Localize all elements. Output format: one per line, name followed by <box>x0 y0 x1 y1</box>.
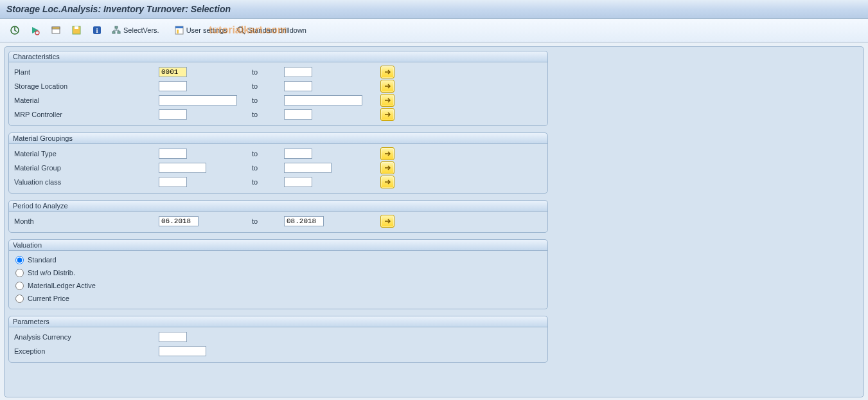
svg-rect-11 <box>118 32 120 33</box>
multi-select-sloc[interactable] <box>380 80 394 93</box>
row-exception: Exception <box>13 344 544 358</box>
input-mrp-from[interactable] <box>159 109 187 120</box>
label-valuation-class: Valuation class <box>13 178 159 186</box>
label-month-to: to <box>252 217 284 225</box>
input-material-to[interactable] <box>284 95 362 105</box>
toolbar: i SelectVers. User settings Standard dri… <box>0 19 868 42</box>
input-material-type-to[interactable] <box>284 149 312 159</box>
user-settings-button[interactable]: User settings <box>171 23 231 37</box>
input-material-group-from[interactable] <box>159 163 206 173</box>
radio-current-price[interactable] <box>15 295 24 303</box>
group-period: Period to Analyze Month to <box>8 200 548 233</box>
input-exception[interactable] <box>159 346 206 356</box>
row-month: Month to <box>13 214 544 228</box>
svg-rect-14 <box>177 30 179 33</box>
row-material: Material to <box>13 93 544 107</box>
label-material-type-to: to <box>252 150 284 158</box>
body-area: Characteristics Plant to Storage Locatio… <box>0 42 868 400</box>
row-material-group: Material Group to <box>13 161 544 175</box>
execute-print-icon[interactable] <box>26 23 45 37</box>
info-icon[interactable]: i <box>87 23 107 37</box>
title-bar: Storage Loc.Analysis: Inventory Turnover… <box>0 0 868 19</box>
input-material-type-from[interactable] <box>159 149 187 159</box>
label-plant-to: to <box>252 68 284 76</box>
group-material-groupings: Material Groupings Material Type to Mate… <box>8 132 548 194</box>
multi-select-material-type[interactable] <box>380 147 394 160</box>
group-characteristics: Characteristics Plant to Storage Locatio… <box>8 51 548 126</box>
svg-rect-10 <box>112 32 115 33</box>
label-analysis-currency: Analysis Currency <box>13 333 159 341</box>
input-month-to[interactable] <box>284 216 324 226</box>
radio-ml-active-label[interactable]: MaterialLedger Active <box>28 282 96 289</box>
input-material-from[interactable] <box>159 95 237 105</box>
select-version-label: SelectVers. <box>123 26 159 34</box>
group-period-title: Period to Analyze <box>9 201 547 212</box>
label-mrp-to: to <box>252 111 284 118</box>
label-valuation-class-to: to <box>252 178 284 186</box>
multi-select-month[interactable] <box>380 215 394 228</box>
multi-select-material-group[interactable] <box>380 161 394 174</box>
page-title: Storage Loc.Analysis: Inventory Turnover… <box>6 4 231 14</box>
standard-drilldown-label: Standard drilldown <box>248 26 306 34</box>
input-month-from[interactable] <box>159 216 199 226</box>
variant-save-icon[interactable] <box>67 23 86 37</box>
input-valuation-class-from[interactable] <box>159 177 187 187</box>
input-sloc-to[interactable] <box>284 81 312 91</box>
main-window: Storage Loc.Analysis: Inventory Turnover… <box>0 0 868 400</box>
multi-select-plant[interactable] <box>380 66 394 78</box>
input-mrp-to[interactable] <box>284 109 312 120</box>
selection-screen: Characteristics Plant to Storage Locatio… <box>4 46 864 397</box>
drilldown-icon <box>236 26 245 35</box>
input-valuation-class-to[interactable] <box>284 177 312 187</box>
label-material-group: Material Group <box>13 164 159 172</box>
radio-ml-active[interactable] <box>15 282 24 290</box>
svg-point-15 <box>238 27 243 32</box>
radio-standard[interactable] <box>15 256 24 264</box>
group-parameters: Parameters Analysis Currency Exception <box>8 316 548 363</box>
label-sloc: Storage Location <box>13 82 159 90</box>
label-mrp: MRP Controller <box>13 111 159 118</box>
label-material-group-to: to <box>252 164 284 172</box>
radio-current-price-label[interactable]: Current Price <box>28 295 69 302</box>
user-settings-label: User settings <box>186 26 227 34</box>
standard-drilldown-button[interactable]: Standard drilldown <box>233 23 310 37</box>
label-plant: Plant <box>13 68 159 76</box>
svg-point-2 <box>35 31 39 35</box>
label-material-to: to <box>252 96 284 104</box>
input-analysis-currency[interactable] <box>159 332 187 342</box>
input-plant-from[interactable] <box>159 67 187 77</box>
label-month: Month <box>13 217 159 225</box>
svg-rect-9 <box>115 26 118 28</box>
group-material-groupings-title: Material Groupings <box>9 133 547 144</box>
hierarchy-icon <box>112 26 121 35</box>
multi-select-mrp[interactable] <box>380 108 394 121</box>
radio-std-wo-distrib-label[interactable]: Std w/o Distrib. <box>28 269 75 277</box>
group-valuation-title: Valuation <box>9 240 547 251</box>
row-material-type: Material Type to <box>13 147 544 161</box>
svg-rect-6 <box>75 26 78 29</box>
group-characteristics-title: Characteristics <box>9 51 547 62</box>
svg-rect-4 <box>52 27 60 29</box>
label-material: Material <box>13 96 159 104</box>
execute-icon[interactable] <box>5 23 24 37</box>
input-sloc-from[interactable] <box>159 81 187 91</box>
row-plant: Plant to <box>13 65 544 79</box>
input-plant-to[interactable] <box>284 67 312 77</box>
select-version-button[interactable]: SelectVers. <box>108 23 163 37</box>
variant-get-icon[interactable] <box>46 23 66 37</box>
row-mrp: MRP Controller to <box>13 107 544 122</box>
radio-std-wo-distrib[interactable] <box>15 269 24 277</box>
group-valuation: Valuation Standard Std w/o Distrib. Mate… <box>8 239 548 309</box>
label-material-type: Material Type <box>13 150 159 158</box>
input-material-group-to[interactable] <box>284 163 332 173</box>
multi-select-valuation-class[interactable] <box>380 176 394 188</box>
multi-select-material[interactable] <box>380 94 394 107</box>
row-valuation-class: Valuation class to <box>13 175 544 189</box>
label-exception: Exception <box>13 347 159 355</box>
group-parameters-title: Parameters <box>9 316 547 327</box>
row-analysis-currency: Analysis Currency <box>13 330 544 344</box>
label-sloc-to: to <box>252 82 284 90</box>
row-sloc: Storage Location to <box>13 79 544 93</box>
svg-text:i: i <box>96 26 98 34</box>
radio-standard-label[interactable]: Standard <box>28 256 57 264</box>
